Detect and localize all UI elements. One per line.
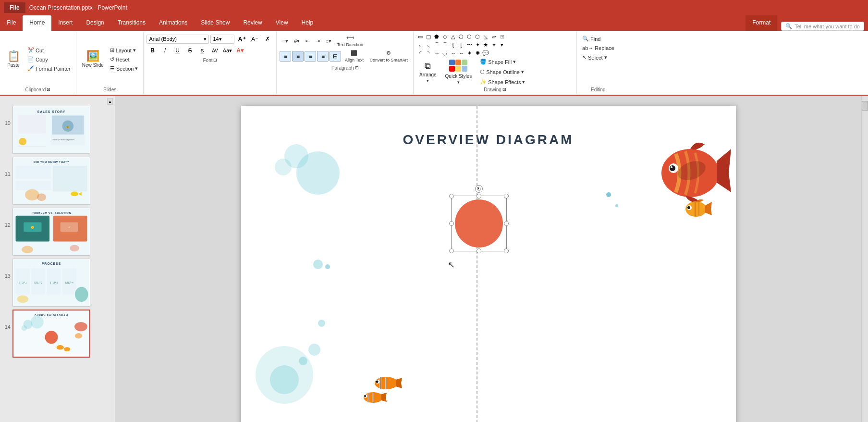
handle-bl[interactable]: [449, 248, 454, 253]
columns-button[interactable]: ⊟: [330, 51, 341, 62]
handle-tc[interactable]: [477, 194, 481, 199]
justify-button[interactable]: ≡: [317, 51, 329, 62]
decrease-font-button[interactable]: A⁻: [249, 34, 260, 44]
increase-indent-button[interactable]: ⇥: [313, 37, 322, 45]
tab-slideshow[interactable]: Slide Show: [194, 15, 236, 31]
shape-c2[interactable]: ◝: [425, 49, 432, 57]
slide-thumb-12[interactable]: PROBLEM VS. SOLUTION 😕 ✓: [12, 208, 90, 256]
shape-outline-button[interactable]: ⬡ Shape Outline ▾: [477, 68, 527, 76]
shadow-button[interactable]: S̲: [196, 45, 208, 56]
shape-star5[interactable]: ★: [482, 41, 489, 49]
underline-button[interactable]: U: [171, 45, 183, 56]
text-direction-button[interactable]: ⟻ Text Direction: [335, 34, 366, 48]
line-spacing-button[interactable]: ↕▾: [323, 37, 334, 45]
arrange-button[interactable]: ⧉ Arrange ▾: [416, 59, 440, 85]
shape-rt4[interactable]: ⌒: [441, 41, 449, 49]
paragraph-expand-icon[interactable]: ⊡: [355, 65, 359, 70]
shape-pentagon[interactable]: ⬠: [457, 33, 465, 40]
tab-view[interactable]: View: [269, 15, 295, 31]
convert-smartart-button[interactable]: ⚙ Convert to SmartArt: [367, 49, 410, 63]
italic-button[interactable]: I: [159, 45, 171, 56]
bold-button[interactable]: B: [147, 45, 158, 56]
find-button[interactable]: 🔍 Find: [580, 35, 617, 43]
slide-item-14[interactable]: 14 OVERVIEW DIAGRAM: [2, 310, 113, 358]
layout-button[interactable]: ⊞ Layout ▾: [108, 46, 141, 54]
tell-me-box[interactable]: 🔍 Tell me what you want to do: [781, 22, 864, 31]
drawing-expand-icon[interactable]: ⊡: [502, 87, 506, 92]
shape-c3[interactable]: ⌣: [433, 49, 440, 57]
select-button[interactable]: ↖ Select ▾: [580, 53, 617, 62]
handle-ml[interactable]: [449, 221, 454, 226]
shape-brace[interactable]: {: [449, 41, 457, 49]
shape-c6[interactable]: ⌢: [457, 49, 465, 57]
strikethrough-button[interactable]: S: [184, 45, 196, 56]
shape-hexagon[interactable]: ⬡: [465, 33, 473, 40]
shape-star8[interactable]: ✴: [490, 41, 498, 49]
shape-tri[interactable]: △: [449, 33, 457, 40]
decrease-indent-button[interactable]: ⇤: [303, 37, 312, 45]
font-color-button[interactable]: A▾: [234, 45, 245, 56]
section-button[interactable]: ☰ Section ▾: [108, 64, 141, 73]
shape-call1[interactable]: 💬: [482, 49, 489, 57]
handle-bc[interactable]: [477, 248, 481, 253]
scroll-thumb[interactable]: [862, 101, 868, 111]
shape-fill-button[interactable]: 🪣 Shape Fill ▾: [477, 58, 527, 66]
slide-thumb-11[interactable]: DID YOU KNOW THAT?: [12, 157, 90, 205]
shape-oct[interactable]: ⬡: [474, 33, 481, 40]
tab-insert[interactable]: Insert: [51, 15, 79, 31]
shape-more[interactable]: ⊞: [498, 33, 506, 40]
font-family-select[interactable]: Arial (Body) ▾: [147, 35, 209, 44]
shape-chevron-down[interactable]: ▾: [498, 41, 506, 49]
clipboard-expand-icon[interactable]: ⊡: [47, 87, 50, 92]
slide-thumb-10[interactable]: SALES STORY 🐠 Ocean will make objectives: [12, 106, 90, 154]
tab-design[interactable]: Design: [79, 15, 110, 31]
slide-item-13[interactable]: 13 PROCESS STEP 1 STEP 2 STEP 3 STEP 4: [2, 259, 113, 307]
font-expand-icon[interactable]: ⊡: [213, 58, 217, 62]
file-menu-btn[interactable]: File: [4, 2, 25, 13]
tab-animations[interactable]: Animations: [152, 15, 194, 31]
shape-parallelogram[interactable]: ▱: [490, 33, 498, 40]
rotate-handle[interactable]: ↻: [475, 185, 483, 193]
shape-star16[interactable]: ✺: [474, 49, 481, 57]
shape-star6[interactable]: ✶: [465, 49, 473, 57]
scroll-up-button[interactable]: ▲: [107, 98, 113, 105]
slide-item-11[interactable]: 11 DID YOU KNOW THAT?: [2, 157, 113, 205]
replace-button[interactable]: ab→ Replace: [580, 44, 617, 52]
handle-tl[interactable]: [449, 194, 454, 199]
shape-c5[interactable]: ⌣: [449, 49, 457, 57]
shape-rt2[interactable]: ◟: [425, 41, 432, 49]
tab-transitions[interactable]: Transitions: [111, 15, 152, 31]
slide-thumb-14[interactable]: OVERVIEW DIAGRAM: [12, 310, 90, 358]
shape-effects-button[interactable]: ✨ Shape Effects ▾: [477, 78, 527, 86]
quick-styles-button[interactable]: Quick Styles ▾: [442, 58, 475, 86]
tab-format[interactable]: Format: [746, 15, 777, 31]
shape-rect[interactable]: ▭: [416, 33, 424, 40]
align-center-button[interactable]: ≡: [292, 51, 304, 62]
slide-item-12[interactable]: 12 PROBLEM VS. SOLUTION 😕 ✓: [2, 208, 113, 256]
paste-button[interactable]: 📋 Paste: [3, 45, 24, 74]
change-case-button[interactable]: Aa▾: [221, 45, 233, 56]
tab-file[interactable]: File: [0, 15, 23, 31]
handle-br[interactable]: [504, 248, 509, 253]
canvas-area[interactable]: OVERVIEW DIAGRAM: [115, 96, 861, 422]
numbering-button[interactable]: #▾: [292, 37, 302, 45]
shape-snip-rect[interactable]: ⬟: [433, 33, 440, 40]
shape-rounded-rect[interactable]: ▢: [425, 33, 432, 40]
align-left-button[interactable]: ≡: [280, 51, 291, 62]
scrollbar[interactable]: [861, 96, 868, 422]
align-right-button[interactable]: ≡: [305, 51, 316, 62]
shape-rt3[interactable]: ⌒: [433, 41, 440, 49]
tab-help[interactable]: Help: [295, 15, 320, 31]
tab-home[interactable]: Home: [23, 15, 51, 31]
font-size-select[interactable]: 14 ▾: [210, 35, 234, 44]
slide-item-10[interactable]: 10 SALES STORY 🐠 Ocean will make objecti…: [2, 106, 113, 154]
shape-c1[interactable]: ◜: [416, 49, 424, 57]
shape-diamond[interactable]: ◇: [441, 33, 449, 40]
cut-button[interactable]: ✂️ Cut: [25, 46, 73, 54]
new-slide-button[interactable]: 🖼️ New Slide: [79, 45, 107, 74]
format-painter-button[interactable]: 🖌️ Format Painter: [25, 64, 73, 73]
slide-thumb-13[interactable]: PROCESS STEP 1 STEP 2 STEP 3 STEP 4: [12, 259, 90, 307]
increase-font-button[interactable]: A⁺: [236, 34, 247, 44]
tab-review[interactable]: Review: [236, 15, 269, 31]
shape-bracket[interactable]: [: [457, 41, 465, 49]
